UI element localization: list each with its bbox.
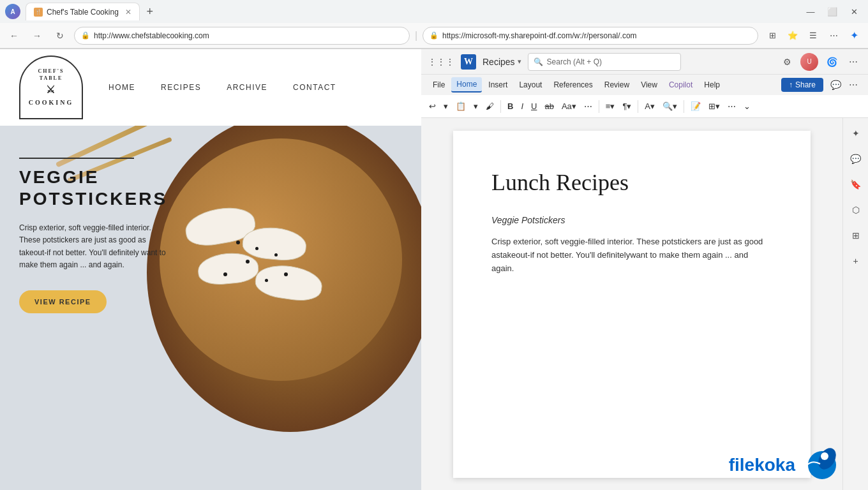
hero-section: VEGGIE POTSTICKERS Crisp exterior, soft … xyxy=(0,126,421,490)
tab-close-button[interactable]: ✕ xyxy=(125,8,131,17)
italic-button[interactable]: I xyxy=(518,98,526,115)
sidebar-comments-icon[interactable]: 💬 xyxy=(846,149,866,169)
hero-title-line1: VEGGIE xyxy=(19,167,99,187)
share-label: Share xyxy=(795,80,816,89)
address-divider: | xyxy=(415,30,417,41)
word-right-icons: ⚙ U 🌀 ⋯ xyxy=(779,53,862,71)
word-logo: W xyxy=(461,54,476,70)
hero-title: VEGGIE POTSTICKERS xyxy=(19,167,172,209)
font-color-button[interactable]: A▾ xyxy=(642,98,657,115)
comments-icon[interactable]: 💬 xyxy=(827,77,844,93)
underline-button[interactable]: U xyxy=(528,98,539,115)
site-nav: HOME RECIPES ARCHIVE CONTACT xyxy=(108,83,336,92)
address-bar-1[interactable]: 🔒 http://www.chefstablecooking.com xyxy=(74,27,410,45)
site-logo: CHEF'S TABLE ⚔ COOKING xyxy=(19,56,83,119)
favorites-icon[interactable]: ⭐ xyxy=(784,27,802,45)
clipboard-button[interactable]: 📋 xyxy=(453,98,468,115)
hero-text-area: VEGGIE POTSTICKERS Crisp exterior, soft … xyxy=(19,158,172,313)
menu-insert[interactable]: Insert xyxy=(483,78,513,92)
word-search-box[interactable]: 🔍 Search (Alt + Q) xyxy=(528,53,681,71)
search-icon: 🔍 xyxy=(534,57,543,66)
format-painter[interactable]: 🖌 xyxy=(483,98,497,115)
view-recipe-button[interactable]: VIEW RECIPE xyxy=(19,290,107,313)
word-document-area: Lunch Recipes Veggie Potstickers Crisp e… xyxy=(421,118,842,490)
toolbar-expand[interactable]: ⌄ xyxy=(741,98,753,115)
restore-button[interactable]: ⬜ xyxy=(823,3,841,20)
doc-body: Crisp exterior, soft veggie-filled inter… xyxy=(491,235,772,275)
menu-copilot[interactable]: Copilot xyxy=(664,78,698,92)
nav-archive[interactable]: ARCHIVE xyxy=(227,83,267,92)
avatar: A xyxy=(5,4,20,19)
browser-chrome: A 🍴 Chef's Table Cooking ✕ + — ⬜ ✕ ← → ↻… xyxy=(0,0,868,49)
nav-recipes[interactable]: RECIPES xyxy=(161,83,201,92)
active-tab[interactable]: 🍴 Chef's Table Cooking ✕ xyxy=(26,3,140,20)
doc-name-area: Recipes ▾ xyxy=(483,57,521,67)
sidebar-grid-icon[interactable]: ⊞ xyxy=(846,225,866,246)
tab-title: Chef's Table Cooking xyxy=(47,8,119,17)
website-panel: CHEF'S TABLE ⚔ COOKING HOME RECIPES ARCH… xyxy=(0,49,421,490)
sidebar-flow-icon[interactable]: ⬡ xyxy=(846,200,866,220)
main-content: CHEF'S TABLE ⚔ COOKING HOME RECIPES ARCH… xyxy=(0,49,868,490)
collections-icon[interactable]: ☰ xyxy=(804,27,822,45)
refresh-button[interactable]: ↻ xyxy=(51,27,69,45)
new-tab-button[interactable]: + xyxy=(142,4,158,19)
url-text-2: https://microsoft-my.sharepoint-df.com/w… xyxy=(442,31,751,40)
settings-icon[interactable]: ⚙ xyxy=(779,54,795,70)
copilot-sidebar-icon[interactable]: ✦ xyxy=(845,27,863,45)
find-replace-button[interactable]: 🔍▾ xyxy=(660,98,680,115)
edge-icon[interactable]: 🌀 xyxy=(823,54,840,70)
sidebar-bookmarks-icon[interactable]: 🔖 xyxy=(846,174,866,195)
bullets-button[interactable]: ≡▾ xyxy=(603,98,618,115)
word-title-bar: ⋮⋮⋮ W Recipes ▾ 🔍 Search (Alt + Q) ⚙ U 🌀… xyxy=(421,49,868,75)
nav-home[interactable]: HOME xyxy=(108,83,135,92)
url-text-1: http://www.chefstablecooking.com xyxy=(94,31,403,40)
sidebar-copilot-icon[interactable]: ✦ xyxy=(846,123,866,144)
menu-help[interactable]: Help xyxy=(699,78,725,92)
logo-utensil-icon: ⚔ xyxy=(46,83,56,97)
title-bar: A 🍴 Chef's Table Cooking ✕ + — ⬜ ✕ xyxy=(0,0,868,23)
doc-dropdown-icon[interactable]: ▾ xyxy=(518,57,521,66)
word-menu-bar: File Home Insert Layout References Revie… xyxy=(421,75,868,95)
editor-button[interactable]: 📝 xyxy=(688,98,703,115)
undo-dropdown[interactable]: ▾ xyxy=(441,98,451,115)
user-avatar[interactable]: U xyxy=(800,53,818,71)
bold-button[interactable]: B xyxy=(505,98,516,115)
svg-point-2 xyxy=(821,452,828,460)
paragraph-button[interactable]: ¶▾ xyxy=(620,98,634,115)
font-size-button[interactable]: Aa▾ xyxy=(559,98,579,115)
undo-button[interactable]: ↩ xyxy=(426,98,438,115)
more-menu-icon[interactable]: ⋯ xyxy=(845,77,862,93)
menu-home[interactable]: Home xyxy=(451,77,482,93)
logo-line1: CHEF'S TABLE xyxy=(26,68,77,82)
share-button[interactable]: ↑ Share xyxy=(781,78,823,92)
forward-button[interactable]: → xyxy=(28,27,46,45)
more-options-btn[interactable]: ⋯ xyxy=(725,98,738,115)
more-options-icon[interactable]: ⋯ xyxy=(845,54,862,70)
address-bar-2[interactable]: 🔒 https://microsoft-my.sharepoint-df.com… xyxy=(423,27,758,45)
lock-icon: 🔒 xyxy=(81,31,90,40)
toolbar-separator-4 xyxy=(684,100,684,113)
doc-title: Lunch Recipes xyxy=(491,169,772,196)
nav-contact[interactable]: CONTACT xyxy=(293,83,336,92)
menu-layout[interactable]: Layout xyxy=(514,78,547,92)
hero-title-line2: POTSTICKERS xyxy=(19,189,167,209)
close-button[interactable]: ✕ xyxy=(845,3,863,20)
back-button[interactable]: ← xyxy=(5,27,23,45)
toolbar-separator-3 xyxy=(638,100,638,113)
menu-review[interactable]: Review xyxy=(599,78,634,92)
toolbar-separator-1 xyxy=(500,100,501,113)
strikethrough-button[interactable]: ab xyxy=(542,98,556,115)
clipboard-dropdown[interactable]: ▾ xyxy=(471,98,481,115)
table-button[interactable]: ⊞▾ xyxy=(706,98,722,115)
menu-references[interactable]: References xyxy=(548,78,597,92)
split-screen-icon[interactable]: ⊞ xyxy=(763,27,781,45)
menu-view[interactable]: View xyxy=(636,78,662,92)
more-tools-button[interactable]: ⋯ xyxy=(825,27,842,45)
dumplings-background xyxy=(147,126,421,432)
more-font-options[interactable]: ⋯ xyxy=(581,98,595,115)
apps-grid-icon[interactable]: ⋮⋮⋮ xyxy=(428,57,454,67)
minimize-button[interactable]: — xyxy=(802,3,819,20)
sidebar-add-icon[interactable]: + xyxy=(846,251,866,271)
menu-file[interactable]: File xyxy=(428,78,450,92)
lock-icon-2: 🔒 xyxy=(430,31,438,40)
